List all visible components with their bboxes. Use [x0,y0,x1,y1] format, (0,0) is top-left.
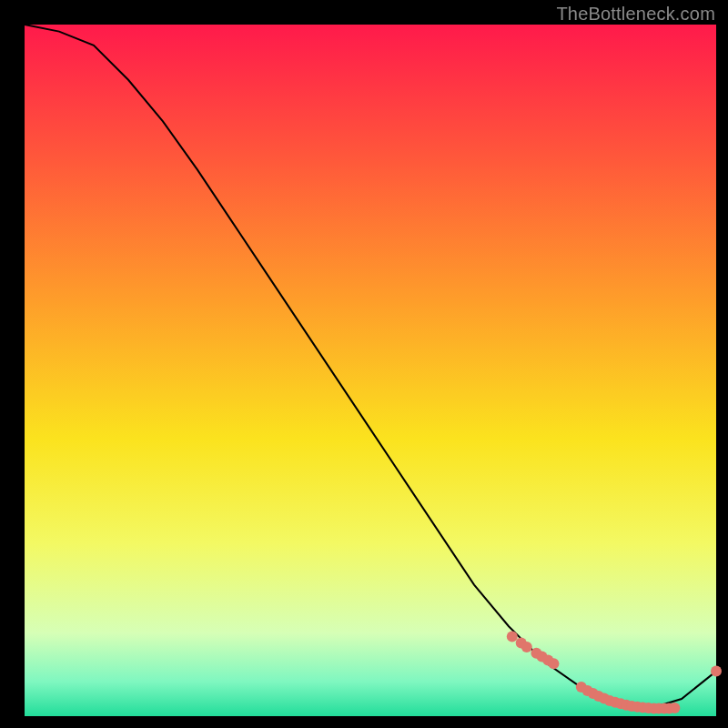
watermark-text: TheBottleneck.com [556,4,715,25]
scatter-point [711,666,722,677]
scatter-point [507,632,518,642]
plot-background [25,25,716,716]
bottleneck-chart [0,0,728,728]
scatter-point [548,658,559,669]
scatter-point [521,642,532,652]
scatter-point [669,703,680,713]
chart-stage: TheBottleneck.com [0,0,728,728]
